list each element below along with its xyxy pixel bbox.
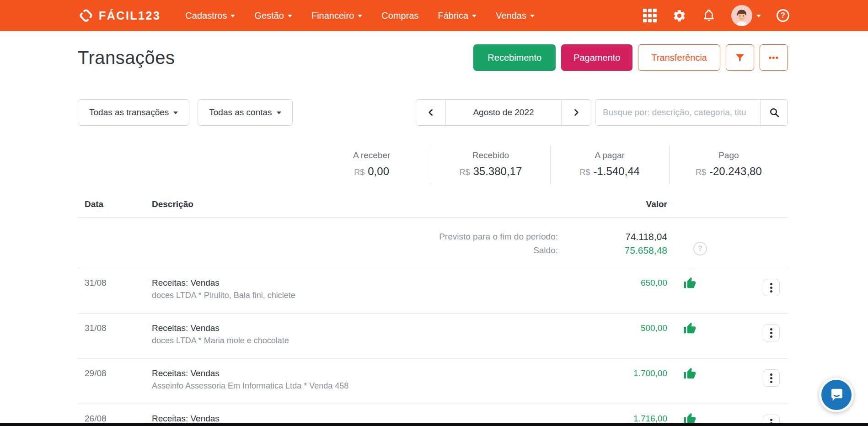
row-menu-button[interactable] (763, 324, 780, 341)
action-buttons: Recebimento Pagamento Transferência ••• (473, 44, 788, 71)
row-value: 500,00 (609, 323, 667, 358)
currency-prefix: R$ (696, 168, 706, 177)
row-description: Asseinfo Assessoria Em Informatica Ltda … (152, 381, 609, 391)
title-row: Transações Recebimento Pagamento Transfe… (78, 44, 788, 71)
forecast-row: Previsto para o fim do período: Saldo: 7… (78, 218, 788, 268)
stat-a-receber: A receber R$0,00 (312, 146, 431, 184)
chevron-down-icon (288, 15, 292, 17)
period-label[interactable]: Agosto de 2022 (445, 100, 562, 125)
balance-value: 75.658,48 (609, 244, 667, 257)
chevron-down-icon (358, 15, 362, 17)
page-title: Transações (78, 48, 175, 68)
previous-month-button[interactable] (416, 100, 445, 125)
main-content: Transações Recebimento Pagamento Transfe… (0, 44, 868, 426)
stat-pago: Pago R$-20.243,80 (669, 146, 788, 184)
row-category: Receitas: Vendas (152, 368, 609, 378)
search-button[interactable] (760, 100, 788, 125)
table-header: Data Descrição Valor (78, 199, 788, 218)
currency-prefix: R$ (459, 168, 470, 177)
main-nav: Cadastros Gestão Financeiro Compras Fábr… (185, 11, 535, 21)
column-header-data: Data (78, 199, 152, 209)
filter-button[interactable] (726, 44, 754, 71)
period-navigator: Agosto de 2022 (416, 99, 591, 126)
currency-prefix: R$ (354, 168, 364, 177)
row-description: doces LTDA * Maria mole e chocolate (152, 336, 609, 346)
chevron-right-icon (572, 108, 581, 117)
chat-launcher-button[interactable] (819, 378, 854, 412)
thumbs-up-icon (683, 367, 697, 382)
diamond-logo-icon (78, 7, 94, 24)
search-box (595, 99, 788, 126)
stat-recebido: Recebido R$35.380,17 (431, 146, 550, 184)
nav-item-vendas[interactable]: Vendas (496, 11, 535, 21)
accounts-filter-dropdown[interactable]: Todas as contas (198, 99, 292, 126)
recebimento-button[interactable]: Recebimento (473, 44, 556, 71)
user-menu[interactable] (731, 5, 761, 26)
row-date: 31/08 (78, 323, 152, 358)
summary-stats: A receber R$0,00 Recebido R$35.380,17 A … (312, 146, 788, 184)
more-options-button[interactable]: ••• (760, 44, 788, 71)
filter-row: Todas as transações Todas as contas Agos… (78, 99, 788, 126)
search-icon (769, 107, 780, 118)
funnel-icon (734, 52, 745, 63)
forecast-label: Previsto para o fim do período: (78, 230, 558, 244)
thumbs-up-icon (683, 276, 697, 292)
search-input[interactable] (595, 100, 760, 125)
pagamento-button[interactable]: Pagamento (561, 44, 632, 71)
row-category: Receitas: Vendas (152, 323, 609, 333)
apps-grid-icon[interactable] (643, 9, 657, 22)
transactions-filter-dropdown[interactable]: Todas as transações (78, 99, 189, 126)
table-row[interactable]: 31/08 Receitas: Vendas doces LTDA * Piru… (78, 268, 788, 314)
currency-prefix: R$ (579, 168, 590, 177)
chevron-down-icon (530, 15, 535, 17)
chevron-down-icon (472, 15, 477, 17)
row-menu-button[interactable] (763, 369, 780, 387)
nav-item-compras[interactable]: Compras (381, 11, 418, 21)
row-description: doces LTDA * Pirulito, Bala fini, chicle… (152, 291, 609, 300)
avatar (731, 5, 752, 26)
bell-icon[interactable] (702, 9, 716, 22)
column-header-descricao: Descrição (152, 199, 609, 209)
header-right: ? (643, 5, 789, 26)
brand-name: FÁCIL123 (99, 9, 161, 22)
row-value: 650,00 (609, 278, 667, 313)
row-menu-button[interactable] (763, 279, 780, 296)
chevron-left-icon (426, 108, 435, 117)
row-value: 1.700,00 (609, 368, 667, 404)
chevron-down-icon (756, 15, 761, 17)
row-date: 29/08 (78, 368, 152, 404)
help-icon[interactable]: ? (777, 9, 789, 22)
row-date: 31/08 (78, 278, 152, 313)
table-row[interactable]: 31/08 Receitas: Vendas doces LTDA * Mari… (78, 314, 788, 359)
gear-icon[interactable] (672, 9, 686, 23)
balance-label: Saldo: (78, 244, 558, 257)
transferencia-button[interactable]: Transferência (638, 44, 720, 71)
chat-bubble-icon (828, 386, 845, 404)
row-category: Receitas: Vendas (152, 414, 609, 424)
thumbs-up-icon (683, 321, 697, 337)
ellipsis-icon: ••• (769, 53, 779, 63)
help-circle-icon[interactable]: ? (693, 242, 707, 256)
column-header-valor: Valor (609, 199, 667, 209)
chevron-down-icon (277, 112, 281, 114)
nav-item-financeiro[interactable]: Financeiro (311, 11, 362, 21)
chevron-down-icon (173, 112, 178, 114)
nav-item-cadastros[interactable]: Cadastros (185, 11, 235, 21)
bottom-edge-bar (0, 423, 868, 426)
nav-item-fabrica[interactable]: Fábrica (438, 11, 477, 21)
chevron-down-icon (230, 15, 235, 17)
stat-a-pagar: A pagar R$-1.540,44 (550, 146, 669, 184)
row-category: Receitas: Vendas (152, 278, 609, 288)
forecast-value: 74.118,04 (609, 230, 667, 244)
table-row[interactable]: 29/08 Receitas: Vendas Asseinfo Assessor… (78, 359, 788, 404)
brand-logo[interactable]: FÁCIL123 (78, 7, 161, 24)
nav-item-gestao[interactable]: Gestão (254, 11, 292, 21)
next-month-button[interactable] (562, 100, 591, 125)
app-header: FÁCIL123 Cadastros Gestão Financeiro Com… (0, 0, 868, 31)
